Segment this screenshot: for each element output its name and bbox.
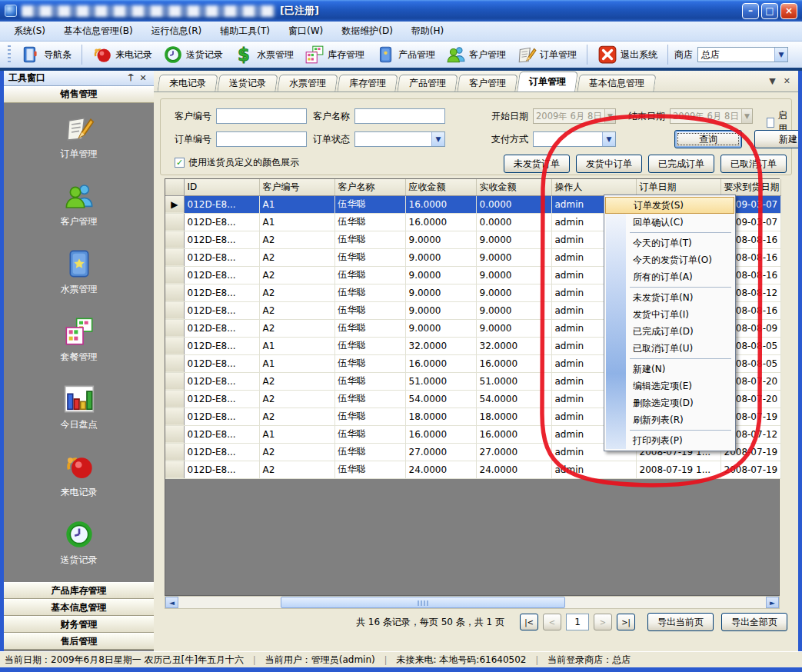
context-menu-item-今天的订单(T)[interactable]: 今天的订单(T) (605, 235, 734, 251)
context-menu-item-打印列表(P)[interactable]: 打印列表(P) (605, 432, 734, 449)
menu-item-0[interactable]: 系统(S) (6, 22, 53, 40)
customer-no-input[interactable] (216, 108, 307, 124)
context-menu-item-已完成订单(D)[interactable]: 已完成订单(D) (605, 323, 734, 340)
enable-checkbox[interactable] (767, 118, 774, 128)
column-header-订单日期[interactable]: 订单日期 (636, 179, 720, 195)
maximize-button[interactable]: □ (761, 3, 778, 19)
menu-item-1[interactable]: 基本信息管理(B) (56, 22, 141, 40)
scrollbar-thumb[interactable] (281, 597, 565, 608)
pin-icon[interactable]: ⍑ (125, 72, 137, 85)
column-header-应收金额[interactable]: 应收金额 (405, 179, 476, 195)
context-menu-item-新建(N)[interactable]: 新建(N) (605, 361, 734, 378)
sidebar-item-套餐管理[interactable]: 套餐管理 (4, 306, 154, 374)
toolbar-button-exit[interactable]: 退出系统 (594, 43, 661, 66)
tab-订单管理[interactable]: 订单管理 (517, 72, 578, 91)
order-no-input[interactable] (216, 131, 307, 147)
sidebar-section-sales[interactable]: 销售管理 (4, 86, 154, 103)
context-menu-item-删除选定项(D)[interactable]: 删除选定项(D) (605, 394, 734, 411)
status-filter-button-已取消订单[interactable]: 已取消订单 (720, 155, 787, 173)
last-page-button[interactable]: >| (617, 614, 635, 630)
context-menu-item-已取消订单(U)[interactable]: 已取消订单(U) (605, 340, 734, 357)
sidebar-item-水票管理[interactable]: 水票管理 (4, 238, 154, 306)
menu-item-5[interactable]: 数据维护(D) (334, 22, 401, 40)
table-row[interactable]: 012D-E8...A2伍华聪24.000024.0000admin2008-0… (165, 461, 780, 478)
close-icon[interactable]: ✕ (137, 72, 149, 85)
scroll-left-icon[interactable]: ◄ (165, 597, 178, 608)
horizontal-scrollbar[interactable]: ◄ ► (165, 596, 780, 609)
sidebar-item-客户管理[interactable]: 客户管理 (4, 171, 154, 238)
context-menu-item-刷新列表(R)[interactable]: 刷新列表(R) (605, 411, 734, 428)
menu-item-4[interactable]: 窗口(W) (281, 22, 331, 40)
toolbar-button-book[interactable]: 导航条 (17, 43, 75, 66)
context-menu-item-所有的订单(A)[interactable]: 所有的订单(A) (605, 268, 734, 285)
table-cell: 2008-07-19 1... (720, 461, 780, 478)
context-menu-item-订单发货(S)[interactable]: 订单发货(S) (605, 197, 734, 214)
context-menu-item-回单确认(C)[interactable]: 回单确认(C) (605, 214, 734, 231)
tab-scroll-icon[interactable]: ▼ (769, 76, 775, 86)
sidebar-item-来电记录[interactable]: 来电记录 (4, 441, 154, 509)
status-filter-button-已完成订单[interactable]: 已完成订单 (648, 155, 714, 173)
pager: 共 16 条记录，每页 50 条，共 1 页 |< < 1 > >| 导出当前页… (154, 611, 787, 633)
status-filter-button-未发货订单[interactable]: 未发货订单 (504, 155, 570, 173)
tab-close-icon[interactable]: ✕ (784, 76, 790, 86)
export-current-page-button[interactable]: 导出当前页 (647, 613, 714, 631)
shop-combobox[interactable]: 总店▼ (697, 47, 788, 62)
column-header-ID[interactable]: ID (184, 179, 259, 195)
scroll-right-icon[interactable]: ► (766, 597, 779, 608)
toolbar-label: 库存管理 (328, 48, 364, 62)
color-display-checkbox[interactable]: ✓ (175, 158, 185, 168)
minimize-button[interactable]: – (742, 3, 759, 19)
tab-来电记录[interactable]: 来电记录 (157, 75, 218, 91)
end-date-picker[interactable]: 2009年 6月 8日 ▼ (670, 108, 753, 124)
column-header-客户编号[interactable]: 客户编号 (259, 179, 334, 195)
pay-method-select[interactable]: ▼ (533, 131, 616, 147)
table-cell: 伍华聪 (334, 408, 405, 425)
column-header-客户名称[interactable]: 客户名称 (334, 179, 405, 195)
tab-产品管理[interactable]: 产品管理 (397, 75, 458, 91)
prev-page-button[interactable]: < (543, 614, 561, 630)
table-cell: 16.0000 (476, 425, 551, 443)
tab-送货记录[interactable]: 送货记录 (217, 75, 278, 91)
query-button[interactable]: 查询 (674, 130, 742, 148)
toolbar-button-dollar[interactable]: $水票管理 (230, 43, 298, 66)
sidebar-item-订单管理[interactable]: 订单管理 (4, 103, 154, 171)
export-all-pages-button[interactable]: 导出全部页 (721, 613, 787, 631)
column-header-要求到货日期[interactable]: 要求到货日期 (720, 179, 780, 195)
page-number-input[interactable]: 1 (566, 614, 589, 630)
toolbar-button-clock[interactable]: 送货记录 (159, 43, 227, 66)
tool-window-sidebar: 工具窗口 ⍑ ✕ 销售管理 订单管理客户管理水票管理套餐管理今日盘点来电记录送货… (4, 71, 154, 651)
context-menu-item-编辑选定项(E)[interactable]: 编辑选定项(E) (605, 378, 734, 394)
tab-水票管理[interactable]: 水票管理 (277, 75, 338, 91)
tab-库存管理[interactable]: 库存管理 (337, 75, 398, 91)
start-date-picker[interactable]: 2009年 6月 8日 ▼ (533, 108, 616, 124)
order-status-select[interactable]: ▼ (354, 131, 445, 147)
menu-item-3[interactable]: 辅助工具(T) (212, 22, 278, 40)
first-page-button[interactable]: |< (520, 614, 538, 630)
next-page-button[interactable]: > (594, 614, 612, 630)
menu-item-2[interactable]: 运行信息(R) (144, 22, 210, 40)
new-button[interactable]: 新建 (754, 130, 802, 148)
sidebar-section-售后管理[interactable]: 售后管理 (4, 633, 154, 650)
toolbar-button-bell[interactable]: 来电记录 (88, 43, 156, 66)
context-menu-item-今天的发货订单(O)[interactable]: 今天的发货订单(O) (605, 251, 734, 268)
close-button[interactable]: × (780, 3, 797, 19)
sidebar-section-财务管理[interactable]: 财务管理 (4, 616, 154, 633)
toolbar-button-box[interactable]: 产品管理 (371, 43, 439, 66)
sidebar-item-今日盘点[interactable]: 今日盘点 (4, 374, 154, 441)
toolbar-button-people[interactable]: 客户管理 (442, 43, 510, 66)
menu-item-6[interactable]: 帮助(H) (404, 22, 451, 40)
sidebar-section-产品库存管理[interactable]: 产品库存管理 (4, 582, 154, 599)
column-header-操作人[interactable]: 操作人 (551, 179, 636, 195)
context-menu-item-发货中订单(I)[interactable]: 发货中订单(I) (605, 306, 734, 323)
table-cell: 32.0000 (405, 337, 476, 354)
toolbar-button-order[interactable]: 订单管理 (513, 43, 581, 66)
toolbar-button-grid[interactable]: 库存管理 (301, 43, 368, 66)
customer-name-input[interactable] (354, 108, 445, 124)
sidebar-item-送货记录[interactable]: 送货记录 (4, 509, 154, 577)
column-header-实收金额[interactable]: 实收金额 (476, 179, 551, 195)
tab-客户管理[interactable]: 客户管理 (457, 75, 517, 91)
status-filter-button-发货中订单[interactable]: 发货中订单 (576, 155, 642, 173)
tab-基本信息管理[interactable]: 基本信息管理 (577, 75, 656, 91)
context-menu-item-未发货订单(N)[interactable]: 未发货订单(N) (605, 289, 734, 306)
sidebar-section-基本信息管理[interactable]: 基本信息管理 (4, 599, 154, 616)
